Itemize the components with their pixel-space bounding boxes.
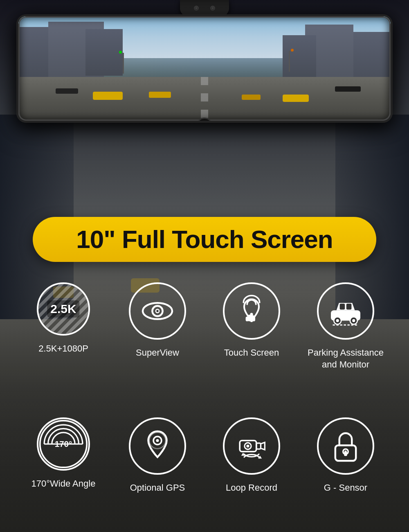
svg-rect-10 bbox=[346, 304, 352, 309]
features-row-1: 2.5K 2.5K+1080P SuperView bbox=[0, 282, 409, 370]
svg-point-24 bbox=[246, 444, 249, 447]
svg-point-20 bbox=[156, 439, 159, 442]
page-wrapper: 10" Full Touch Screen 2.5K 2.5K+1080P bbox=[0, 0, 409, 532]
cam-car-dark-1 bbox=[56, 88, 78, 94]
feature-label-superview: SuperView bbox=[136, 347, 179, 359]
feature-item-loop: Loop Record bbox=[211, 417, 292, 494]
mirror-device bbox=[16, 14, 393, 123]
icon-superview-circle bbox=[129, 282, 186, 340]
feature-label-touchscreen: Touch Screen bbox=[224, 347, 279, 359]
feature-label-25k: 2.5K+1080P bbox=[38, 343, 88, 355]
feature-label-wideangle: 170°Wide Angle bbox=[31, 478, 96, 490]
feature-label-gps: Optional GPS bbox=[130, 482, 185, 494]
icon-parking-circle bbox=[317, 282, 374, 340]
svg-rect-7 bbox=[246, 317, 249, 322]
feature-item-touchscreen: Touch Screen bbox=[211, 282, 292, 359]
wideangle-icon: 170° bbox=[38, 417, 88, 471]
cam-building-right3 bbox=[283, 35, 316, 81]
icon-gsensor-circle bbox=[317, 417, 374, 475]
feature-item-superview: SuperView bbox=[117, 282, 198, 359]
feature-item-parking: Parking Assistance and Monitor bbox=[305, 282, 387, 370]
svg-point-14 bbox=[352, 319, 355, 322]
cam-road-line-center bbox=[201, 77, 208, 121]
icon-170: 170° bbox=[37, 417, 90, 471]
cam-taxi-1 bbox=[93, 92, 123, 100]
svg-rect-6 bbox=[252, 316, 255, 321]
feature-label-loop: Loop Record bbox=[226, 482, 277, 494]
svg-point-13 bbox=[336, 319, 339, 322]
cam-taxi-2 bbox=[149, 92, 171, 98]
car-icon bbox=[327, 293, 364, 329]
cam-traffic-light-1 bbox=[119, 51, 122, 54]
mount-dot-right bbox=[210, 6, 215, 11]
icon-25k-label: 2.5K bbox=[47, 300, 79, 318]
cam-taxi-4 bbox=[242, 95, 261, 100]
icon-25k: 2.5K bbox=[37, 282, 90, 336]
loop-icon bbox=[233, 428, 270, 464]
icon-gps-circle bbox=[129, 417, 186, 475]
cam-traffic-pole-2 bbox=[289, 51, 290, 72]
gps-icon bbox=[139, 428, 176, 464]
lock-icon bbox=[327, 428, 364, 464]
touch-icon bbox=[233, 293, 270, 329]
svg-point-31 bbox=[344, 451, 346, 453]
cam-car-dark-2 bbox=[335, 86, 361, 92]
feature-label-gsensor: G - Sensor bbox=[324, 482, 367, 494]
screen-content bbox=[18, 16, 391, 121]
features-row-2: 170° 170°Wide Angle Optio bbox=[0, 417, 409, 494]
banner-text: 10" Full Touch Screen bbox=[76, 227, 333, 252]
svg-rect-9 bbox=[340, 304, 345, 309]
icon-touchscreen-circle bbox=[223, 282, 280, 340]
svg-point-3 bbox=[156, 310, 158, 312]
mirror-mount bbox=[180, 0, 229, 16]
feature-item-gsensor: G - Sensor bbox=[305, 417, 387, 494]
icon-loop-circle bbox=[223, 417, 280, 475]
cam-taxi-3 bbox=[283, 95, 309, 102]
yellow-banner: 10" Full Touch Screen bbox=[33, 217, 376, 262]
eye-icon bbox=[139, 293, 176, 329]
rear-camera bbox=[198, 117, 211, 123]
feature-label-parking: Parking Assistance and Monitor bbox=[308, 347, 384, 370]
feature-item-gps: Optional GPS bbox=[117, 417, 198, 494]
cam-traffic-pole-1 bbox=[123, 53, 124, 74]
feature-item-wideangle: 170° 170°Wide Angle bbox=[22, 417, 104, 490]
mount-dot-left bbox=[194, 6, 199, 11]
cam-building-left3 bbox=[85, 29, 123, 76]
mirror-section bbox=[0, 0, 409, 131]
feature-item-25k: 2.5K 2.5K+1080P bbox=[22, 282, 104, 355]
